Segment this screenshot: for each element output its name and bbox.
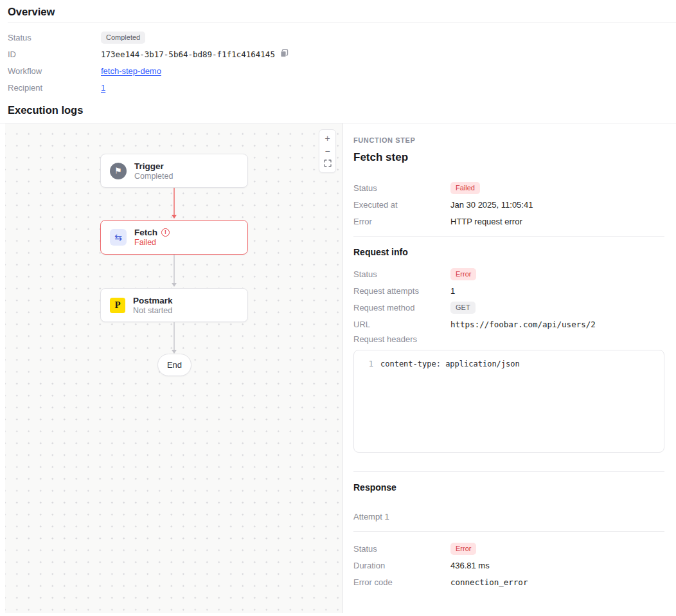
node-trigger-title: Trigger <box>134 161 164 171</box>
node-postmark-title: Postmark <box>133 296 173 305</box>
recipient-label: Recipient <box>8 83 101 93</box>
response-duration-label: Duration <box>353 561 450 570</box>
node-postmark-texts: Postmark Not started <box>133 296 173 315</box>
workflow-run-page: Overview Status Completed ID 173ee144-3b… <box>0 0 676 616</box>
request-method-badge: GET <box>450 302 476 314</box>
recipient-link[interactable]: 1 <box>101 83 105 93</box>
request-attempts-label: Request attempts <box>353 286 450 296</box>
overview-rows: Status Completed ID 173ee144-3b17-5b64-b… <box>8 23 668 94</box>
step-error-label: Error <box>353 217 450 226</box>
response-title: Response <box>353 482 664 493</box>
response-duration-value: 436.81 ms <box>450 561 490 570</box>
end-node: End <box>157 354 191 376</box>
request-info-divider <box>353 236 664 237</box>
flag-icon: ⚑ <box>110 163 127 179</box>
step-status-label: Status <box>353 183 450 193</box>
request-attempts-value: 1 <box>450 286 455 296</box>
swap-horizontal-icon: ⇆ <box>110 229 127 246</box>
workflow-label: Workflow <box>8 66 101 76</box>
edge-trigger-to-fetch <box>173 188 175 215</box>
postmark-logo: P <box>110 298 125 313</box>
workflow-canvas[interactable]: ⚑ Trigger Completed ⇆ Fetch <box>5 123 343 613</box>
step-summary-rows: Status Failed Executed at Jan 30 2025, 1… <box>353 181 664 228</box>
node-postmark-status: Not started <box>133 306 173 315</box>
status-badge: Completed <box>101 32 145 44</box>
copy-id-button[interactable] <box>280 49 289 59</box>
node-fetch-title: Fetch <box>134 228 157 237</box>
request-method-label: Request method <box>353 303 450 313</box>
response-attempt-label: Attempt 1 <box>353 512 664 521</box>
copy-icon <box>280 49 289 59</box>
executed-at-value: Jan 30 2025, 11:05:41 <box>450 200 533 210</box>
request-info-rows: Status Error Request attempts 1 Request … <box>353 267 664 331</box>
request-headers-code-block: 1 content-type: application/json <box>353 350 664 453</box>
request-url-label: URL <box>353 320 450 329</box>
executed-at-label: Executed at <box>353 200 450 210</box>
response-error-code-label: Error code <box>353 577 450 587</box>
fit-view-button[interactable] <box>319 158 336 170</box>
edge-fetch-to-postmark <box>173 255 175 284</box>
response-status-label: Status <box>353 544 450 554</box>
response-error-code-value: connection_error <box>450 577 528 587</box>
request-url-value: https://foobar.com/api/users/2 <box>450 320 596 329</box>
node-postmark[interactable]: P Postmark Not started <box>100 288 248 322</box>
fullscreen-icon <box>324 159 332 169</box>
request-info-title: Request info <box>353 247 664 257</box>
workflow-link[interactable]: fetch-step-demo <box>101 66 161 76</box>
node-trigger-status: Completed <box>134 172 173 181</box>
node-fetch[interactable]: ⇆ Fetch ! Failed <box>100 220 248 255</box>
status-label: Status <box>8 33 101 42</box>
request-status-label: Status <box>353 269 450 279</box>
response-divider <box>353 471 664 472</box>
node-fetch-status: Failed <box>134 238 170 247</box>
node-fetch-texts: Fetch ! Failed <box>134 228 170 247</box>
node-trigger-texts: Trigger Completed <box>134 161 173 181</box>
status-value: Completed <box>101 32 145 44</box>
edge-postmark-to-end <box>173 322 175 350</box>
overview-recipient-row: Recipient 1 <box>8 81 668 94</box>
response-status-badge: Error <box>450 543 476 555</box>
step-detail-panel: FUNCTION STEP Fetch step Status Failed E… <box>343 123 676 613</box>
id-label: ID <box>8 50 101 59</box>
step-detail-title: Fetch step <box>353 151 664 164</box>
overview-status-row: Status Completed <box>8 31 668 44</box>
execution-logs-section: ⚑ Trigger Completed ⇆ Fetch <box>0 123 676 613</box>
overview-title: Overview <box>8 0 668 23</box>
request-status-badge: Error <box>450 268 476 280</box>
overview-id-row: ID 173ee144-3b17-5b64-bd89-f1f1c4164145 <box>8 48 668 60</box>
step-status-badge: Failed <box>450 182 480 194</box>
minus-icon: − <box>325 146 330 156</box>
code-line-number: 1 <box>362 359 373 368</box>
transaction-id: 173ee144-3b17-5b64-bd89-f1f1c4164145 <box>101 50 275 59</box>
canvas-zoom-controls: + − <box>319 129 336 173</box>
code-line: 1 content-type: application/json <box>362 359 656 368</box>
overview-section: Overview Status Completed ID 173ee144-3b… <box>0 0 676 94</box>
zoom-out-button[interactable]: − <box>319 145 336 158</box>
response-rows: Status Error Duration 436.81 ms Error co… <box>353 542 664 588</box>
step-error-value: HTTP request error <box>450 217 522 226</box>
request-headers-label: Request headers <box>353 334 664 344</box>
overview-workflow-row: Workflow fetch-step-demo <box>8 64 668 77</box>
zoom-in-button[interactable]: + <box>319 132 336 145</box>
node-trigger[interactable]: ⚑ Trigger Completed <box>100 154 248 188</box>
code-line-content: content-type: application/json <box>380 359 520 368</box>
attempt-divider <box>353 531 664 532</box>
step-type-kicker: FUNCTION STEP <box>353 136 664 144</box>
alert-circle-icon: ! <box>161 228 170 237</box>
plus-icon: + <box>325 133 330 143</box>
execution-logs-title: Execution logs <box>8 104 668 116</box>
